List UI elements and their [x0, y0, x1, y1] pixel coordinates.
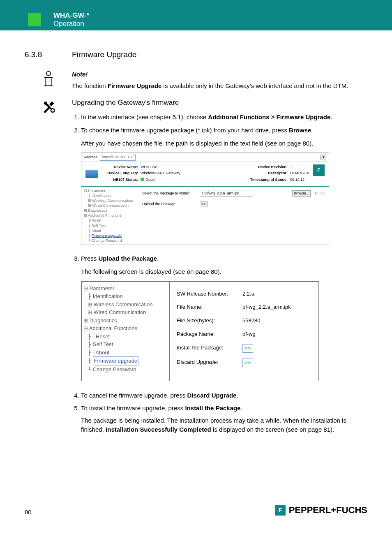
select-package-label: Select the Package to install:: [142, 191, 196, 196]
tools-icon: [42, 99, 55, 115]
note-icon: [42, 71, 55, 87]
upload-package-button[interactable]: >>: [200, 201, 208, 207]
brand-name: PEPPERL+FUCHS: [289, 505, 367, 516]
step-2: To choose the firmware upgrade package (…: [81, 126, 367, 135]
step-5-followup: The package is being installed. The inst…: [81, 416, 367, 434]
step-1: In the web interface (see chapter 5.1), …: [81, 113, 367, 122]
section-title: Firmware Upgrade: [72, 50, 136, 59]
screenshot-upload-result: ⊟ Parameter ├ Identification ⊞ Wireless …: [81, 281, 319, 381]
screenshot-browse: Address https://192.168.1.1/ ▾ Device Na…: [81, 153, 329, 245]
top-accent-bar: [0, 0, 392, 9]
note-text: The function Firmware Upgrade is availab…: [72, 81, 367, 90]
pf-logo-icon: F: [313, 164, 325, 176]
brand-logo: F PEPPERL+FUCHS: [275, 505, 367, 516]
step-2-followup: After you have chosen the file, the path…: [81, 139, 367, 148]
nav-firmware-upgrade-2[interactable]: Firmware upgrade: [93, 356, 139, 365]
brand-mark-icon: F: [275, 505, 286, 516]
install-package-button[interactable]: >>: [242, 344, 253, 353]
page-number: 80: [25, 509, 32, 516]
header-green-square: [28, 13, 41, 26]
svg-point-0: [46, 72, 51, 76]
discard-upgrade-button[interactable]: >>: [242, 358, 253, 367]
nav-tree-2[interactable]: ⊟ Parameter ├ Identification ⊞ Wireless …: [81, 282, 169, 381]
package-path-input[interactable]: c:\pf-wg_2.2.a_arm.ipk: [200, 190, 253, 197]
step-3-followup: The following screen is displayed (see o…: [81, 267, 367, 276]
procedure-heading: Upgrading the Gateway's firmware: [72, 98, 367, 108]
step-5: To install the firmware upgrade, press I…: [81, 404, 367, 434]
address-url[interactable]: https://192.168.1.1/: [100, 154, 136, 161]
browse-button[interactable]: Browse...: [292, 190, 311, 197]
header-model: WHA-GW-*: [53, 12, 89, 20]
address-dropdown[interactable]: ▾: [321, 155, 326, 160]
upload-package-label: Upload the Package:: [142, 201, 196, 207]
note-title: Note!: [72, 70, 367, 79]
section-number: 6.3.8: [25, 50, 72, 59]
svg-rect-1: [46, 78, 51, 86]
svg-point-4: [51, 109, 54, 112]
section-heading: 6.3.8 Firmware Upgrade: [25, 50, 367, 59]
device-icon: [85, 170, 98, 178]
address-label: Address: [84, 155, 97, 160]
step-4: To cancel the firmware upgrade, press Di…: [81, 391, 367, 400]
doc-header: WHA-GW-* Operation: [0, 9, 392, 30]
nav-firmware-upgrade[interactable]: Firmware upgrade: [92, 234, 122, 238]
header-section: Operation: [53, 20, 89, 28]
nav-tree[interactable]: ⊟ Parameter ├ Identification ⊞ Wireless …: [81, 187, 138, 245]
step-3: Press Upload the Package.: [81, 254, 367, 263]
